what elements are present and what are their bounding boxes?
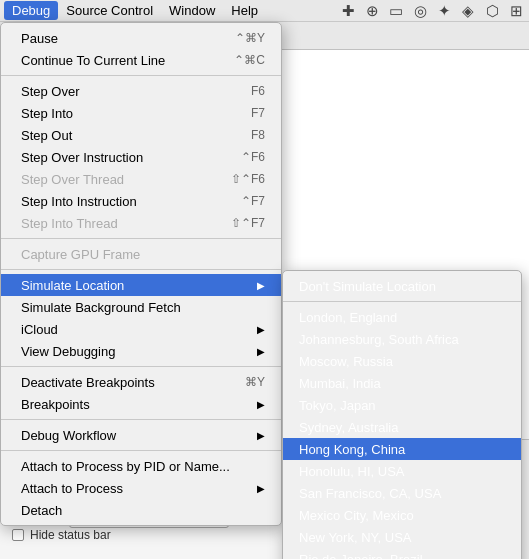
submenu-item-new-york[interactable]: New York, NY, USA	[283, 526, 521, 548]
menu-help[interactable]: Help	[223, 1, 266, 20]
debug-menu: Pause ⌃⌘Y Continue To Current Line ⌃⌘C S…	[0, 22, 282, 526]
menu-item-breakpoints[interactable]: Breakpoints ▶	[1, 393, 281, 415]
toolbar-icons: ✚ ⊕ ▭ ◎ ✦ ◈ ⬡ ⊞	[339, 2, 525, 20]
submenu-item-san-francisco[interactable]: San Francisco, CA, USA	[283, 482, 521, 504]
expand-icon[interactable]: ⊞	[507, 2, 525, 20]
menu-item-step-over-thread[interactable]: Step Over Thread ⇧⌃F6	[1, 168, 281, 190]
submenu-item-moscow[interactable]: Moscow, Russia	[283, 350, 521, 372]
submenu-item-sydney[interactable]: Sydney, Australia	[283, 416, 521, 438]
hide-status-bar-label[interactable]: Hide status bar	[12, 528, 111, 542]
separator-1	[1, 75, 281, 76]
rectangle-icon[interactable]: ▭	[387, 2, 405, 20]
circle-q-icon[interactable]: ◎	[411, 2, 429, 20]
submenu-item-mexico-city[interactable]: Mexico City, Mexico	[283, 504, 521, 526]
separator-5	[1, 419, 281, 420]
shield-icon[interactable]: ⬡	[483, 2, 501, 20]
menu-item-capture-gpu[interactable]: Capture GPU Frame	[1, 243, 281, 265]
menu-item-step-into-thread[interactable]: Step Into Thread ⇧⌃F7	[1, 212, 281, 234]
menu-item-simulate-location[interactable]: Simulate Location ▶ Don't Simulate Locat…	[1, 274, 281, 296]
menu-bar: Debug Source Control Window Help ✚ ⊕ ▭ ◎…	[0, 0, 529, 22]
separator-6	[1, 450, 281, 451]
submenu-item-johannesburg[interactable]: Johannesburg, South Africa	[283, 328, 521, 350]
menu-item-attach-to-process[interactable]: Attach to Process ▶	[1, 477, 281, 499]
menu-item-step-into[interactable]: Step Into F7	[1, 102, 281, 124]
submenu-item-rio[interactable]: Rio de Janeiro, Brazil	[283, 548, 521, 559]
menu-item-step-over[interactable]: Step Over F6	[1, 80, 281, 102]
submenu-arrow-icon: ▶	[257, 280, 265, 291]
separator-4	[1, 366, 281, 367]
submenu-item-tokyo[interactable]: Tokyo, Japan	[283, 394, 521, 416]
icloud-arrow-icon: ▶	[257, 324, 265, 335]
menu-window[interactable]: Window	[161, 1, 223, 20]
submenu-item-hong-kong[interactable]: Hong Kong, China	[283, 438, 521, 460]
submenu-item-dont-simulate[interactable]: Don't Simulate Location	[283, 275, 521, 297]
menu-item-icloud[interactable]: iCloud ▶	[1, 318, 281, 340]
dropbox-icon[interactable]: ✦	[435, 2, 453, 20]
layers-icon[interactable]: ◈	[459, 2, 477, 20]
menu-debug[interactable]: Debug	[4, 1, 58, 20]
menu-item-continue-to-line[interactable]: Continue To Current Line ⌃⌘C	[1, 49, 281, 71]
hide-status-bar-checkbox[interactable]	[12, 529, 24, 541]
circle-p-icon[interactable]: ⊕	[363, 2, 381, 20]
plus-cross-icon[interactable]: ✚	[339, 2, 357, 20]
submenu-separator-1	[283, 301, 521, 302]
debug-workflow-arrow-icon: ▶	[257, 430, 265, 441]
menu-item-attach-by-pid[interactable]: Attach to Process by PID or Name...	[1, 455, 281, 477]
menu-item-simulate-bg-fetch[interactable]: Simulate Background Fetch	[1, 296, 281, 318]
submenu-item-london[interactable]: London, England	[283, 306, 521, 328]
submenu-item-honolulu[interactable]: Honolulu, HI, USA	[283, 460, 521, 482]
separator-2	[1, 238, 281, 239]
menu-item-step-out[interactable]: Step Out F8	[1, 124, 281, 146]
separator-3	[1, 269, 281, 270]
menu-item-view-debugging[interactable]: View Debugging ▶	[1, 340, 281, 362]
breakpoints-arrow-icon: ▶	[257, 399, 265, 410]
attach-process-arrow-icon: ▶	[257, 483, 265, 494]
menu-item-step-into-instruction[interactable]: Step Into Instruction ⌃F7	[1, 190, 281, 212]
view-debugging-arrow-icon: ▶	[257, 346, 265, 357]
menu-item-pause[interactable]: Pause ⌃⌘Y	[1, 27, 281, 49]
menu-item-deactivate-breakpoints[interactable]: Deactivate Breakpoints ⌘Y	[1, 371, 281, 393]
menu-item-detach[interactable]: Detach	[1, 499, 281, 521]
location-submenu: Don't Simulate Location London, England …	[282, 270, 522, 559]
menu-source-control[interactable]: Source Control	[58, 1, 161, 20]
submenu-item-mumbai[interactable]: Mumbai, India	[283, 372, 521, 394]
menu-item-debug-workflow[interactable]: Debug Workflow ▶	[1, 424, 281, 446]
menu-item-step-over-instruction[interactable]: Step Over Instruction ⌃F6	[1, 146, 281, 168]
